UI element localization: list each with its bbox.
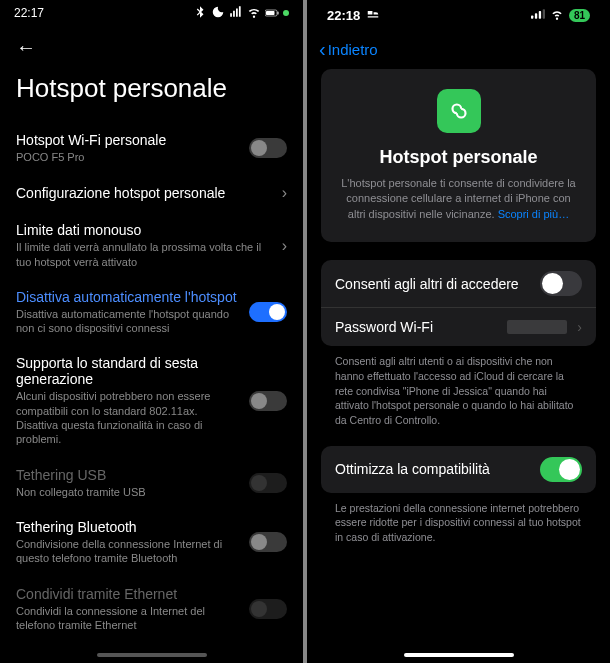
- usb-tethering-toggle: [249, 473, 287, 493]
- optimize-row[interactable]: Ottimizza la compatibilità: [321, 446, 596, 493]
- hotspot-config-title: Configurazione hotspot personale: [16, 185, 272, 201]
- wifi-icon: [550, 7, 564, 24]
- chevron-right-icon: ›: [282, 237, 287, 255]
- data-limit-sub: Il limite dati verrà annullato la prossi…: [16, 240, 272, 269]
- status-time: 22:17: [14, 6, 44, 20]
- android-screen: 22:17 ← Hotspot personale Hotspot Wi: [0, 0, 303, 663]
- bluetooth-icon: [193, 5, 207, 22]
- bt-tethering-row[interactable]: Tethering Bluetooth Condivisione della c…: [0, 509, 303, 576]
- wifi-hotspot-title: Hotspot Wi-Fi personale: [16, 132, 239, 148]
- learn-more-link[interactable]: Scopri di più…: [498, 208, 570, 220]
- signal-icon: [229, 5, 243, 22]
- wifi-hotspot-toggle[interactable]: [249, 138, 287, 158]
- usb-tethering-sub: Non collegato tramite USB: [16, 485, 239, 499]
- allow-others-toggle[interactable]: [540, 271, 582, 296]
- back-row: ←: [0, 26, 303, 63]
- bt-tethering-toggle[interactable]: [249, 532, 287, 552]
- status-bar: 22:18 81: [307, 0, 610, 30]
- svg-rect-3: [531, 15, 533, 18]
- page-title: Hotspot personale: [0, 63, 303, 122]
- chevron-right-icon: ›: [577, 319, 582, 335]
- home-indicator[interactable]: [97, 653, 207, 657]
- bt-tethering-sub: Condivisione della connessione Internet …: [16, 537, 239, 566]
- signal-icon: [531, 7, 545, 24]
- optimize-group: Ottimizza la compatibilità: [321, 446, 596, 493]
- wifi-password-row[interactable]: Password Wi-Fi ›: [321, 307, 596, 346]
- wifi-password-value: [507, 320, 567, 334]
- ethernet-title: Condividi tramite Ethernet: [16, 586, 239, 602]
- battery-dot: [283, 10, 289, 16]
- auto-off-title: Disattiva automaticamente l'hotspot: [16, 289, 239, 305]
- allow-others-footer: Consenti agli altri utenti o ai disposit…: [321, 354, 596, 445]
- ios-screen: 22:18 81 ‹ Indietro Hotspot personale: [307, 0, 610, 663]
- status-bar: 22:17: [0, 0, 303, 26]
- svg-rect-1: [266, 11, 275, 15]
- wifi-password-label: Password Wi-Fi: [335, 319, 497, 335]
- ethernet-row: Condividi tramite Ethernet Condividi la …: [0, 576, 303, 643]
- allow-others-label: Consenti agli altri di accedere: [335, 276, 530, 292]
- battery-icon: [265, 6, 279, 20]
- hero-desc: L'hotspot personale ti consente di condi…: [337, 176, 580, 222]
- status-icons: 81: [531, 7, 590, 24]
- hero-title: Hotspot personale: [337, 147, 580, 168]
- data-limit-row[interactable]: Limite dati monouso Il limite dati verrà…: [0, 212, 303, 279]
- sixth-gen-row[interactable]: Supporta lo standard di sesta generazion…: [0, 345, 303, 456]
- home-indicator[interactable]: [404, 653, 514, 657]
- back-arrow-icon[interactable]: ←: [16, 36, 36, 58]
- svg-rect-5: [539, 10, 541, 18]
- sixth-gen-title: Supporta lo standard di sesta generazion…: [16, 355, 239, 387]
- bt-tethering-title: Tethering Bluetooth: [16, 519, 239, 535]
- sixth-gen-sub: Alcuni dispositivi potrebbero non essere…: [16, 389, 239, 446]
- allow-others-row[interactable]: Consenti agli altri di accedere: [321, 260, 596, 307]
- back-button[interactable]: ‹ Indietro: [319, 38, 598, 61]
- usb-tethering-row: Tethering USB Non collegato tramite USB: [0, 457, 303, 509]
- auto-off-toggle[interactable]: [249, 302, 287, 322]
- optimize-label: Ottimizza la compatibilità: [335, 461, 530, 477]
- access-group: Consenti agli altri di accedere Password…: [321, 260, 596, 346]
- svg-rect-6: [543, 9, 545, 18]
- auto-off-sub: Disattiva automaticamente l'hotspot quan…: [16, 307, 239, 336]
- wifi-icon: [247, 5, 261, 22]
- svg-rect-4: [535, 13, 537, 18]
- status-time: 22:18: [327, 8, 360, 23]
- svg-rect-2: [278, 12, 279, 15]
- wifi-hotspot-row[interactable]: Hotspot Wi-Fi personale POCO F5 Pro: [0, 122, 303, 174]
- bed-icon: [366, 7, 380, 24]
- ethernet-toggle: [249, 599, 287, 619]
- battery-pill: 81: [569, 9, 590, 22]
- chevron-right-icon: ›: [282, 184, 287, 202]
- wifi-hotspot-sub: POCO F5 Pro: [16, 150, 239, 164]
- ethernet-sub: Condividi la connessione a Internet del …: [16, 604, 239, 633]
- hotspot-config-row[interactable]: Configurazione hotspot personale ›: [0, 174, 303, 212]
- optimize-toggle[interactable]: [540, 457, 582, 482]
- chevron-left-icon: ‹: [319, 38, 326, 61]
- data-limit-title: Limite dati monouso: [16, 222, 272, 238]
- sixth-gen-toggle[interactable]: [249, 391, 287, 411]
- status-icons: [193, 5, 289, 22]
- moon-icon: [211, 5, 225, 22]
- hotspot-icon: [437, 89, 481, 133]
- optimize-footer: Le prestazioni della connessione interne…: [321, 501, 596, 563]
- hero-card: Hotspot personale L'hotspot personale ti…: [321, 69, 596, 242]
- auto-off-row[interactable]: Disattiva automaticamente l'hotspot Disa…: [0, 279, 303, 346]
- back-label: Indietro: [328, 41, 378, 58]
- nav-bar: ‹ Indietro: [307, 30, 610, 69]
- usb-tethering-title: Tethering USB: [16, 467, 239, 483]
